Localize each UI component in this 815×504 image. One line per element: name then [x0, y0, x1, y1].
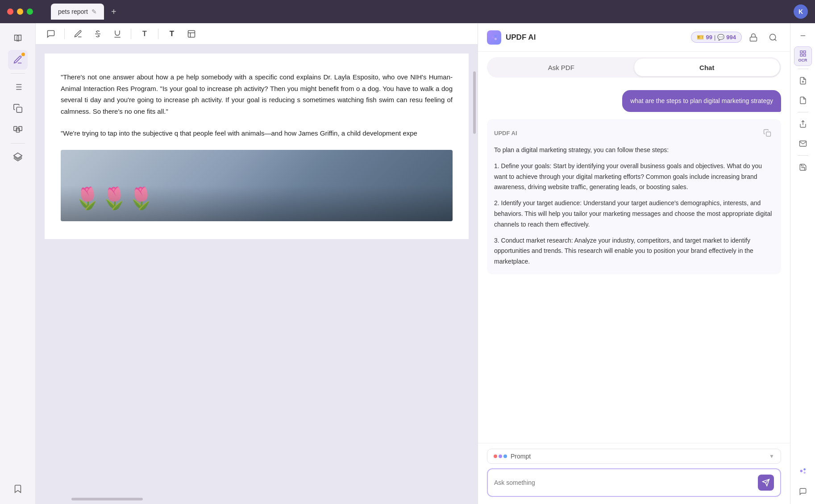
prompt-selector[interactable]: Prompt ▼	[487, 449, 781, 464]
toolbar-underline-icon[interactable]	[109, 26, 125, 42]
pdf-image: 🌷🌷🌷	[61, 150, 453, 221]
input-area[interactable]	[487, 468, 781, 497]
fr-chat-icon[interactable]	[794, 483, 812, 500]
maximize-button[interactable]	[27, 8, 33, 15]
fr-extract-icon[interactable]	[794, 72, 812, 90]
ai-response-container: UPDF AI To plan a digital marketing stra…	[487, 119, 781, 274]
ai-tokens-display: 🎫 99 | 💬 994	[691, 32, 742, 43]
search-icon[interactable]	[765, 29, 781, 45]
toolbar-text-icon[interactable]: T	[137, 26, 153, 42]
vertical-scrollbar[interactable]	[473, 71, 476, 134]
user-message-bubble: what are the steps to plan digital marke…	[622, 90, 781, 112]
ai-response-label: UPDF AI	[494, 130, 517, 136]
sidebar-item-layers[interactable]	[8, 147, 28, 167]
flowers-decoration: 🌷🌷🌷	[74, 180, 154, 217]
toolbar: T T	[36, 23, 478, 45]
toolbar-divider-3	[158, 29, 158, 39]
fr-divider-2	[798, 112, 808, 112]
sidebar-item-list[interactable]	[8, 77, 28, 97]
avatar: K	[794, 4, 808, 19]
tokens-icon: 🎫	[697, 34, 704, 41]
fr-page-icon[interactable]	[794, 91, 812, 109]
left-sidebar	[0, 23, 36, 504]
tab-chat[interactable]: Chat	[634, 58, 780, 76]
svg-rect-25	[803, 51, 806, 53]
prompt-chevron-icon: ▼	[769, 453, 774, 459]
ask-input[interactable]	[494, 479, 754, 486]
sidebar-item-book[interactable]	[8, 29, 28, 48]
tab-label: pets report	[58, 8, 88, 15]
sidebar-item-pages[interactable]	[8, 120, 28, 140]
pdf-scroll-container[interactable]: "There's not one answer about how a pe h…	[36, 45, 478, 504]
fr-share-icon[interactable]	[794, 115, 812, 133]
prompt-dot-blue	[503, 454, 507, 458]
fr-ai-icon[interactable]	[794, 462, 812, 480]
prompt-label: Prompt	[511, 453, 765, 460]
prompt-dot-purple	[499, 454, 502, 458]
svg-point-31	[800, 470, 803, 472]
toolbar-strikethrough-icon[interactable]	[90, 26, 106, 42]
svg-rect-20	[766, 132, 771, 136]
sidebar-divider-2	[11, 143, 25, 144]
horizontal-scrollbar[interactable]	[71, 498, 143, 500]
ai-tab-container: Ask PDF Chat	[487, 57, 781, 78]
svg-point-32	[803, 468, 806, 471]
svg-point-16	[495, 37, 497, 40]
sidebar-bottom	[8, 479, 28, 499]
titlebar: pets report ✎ + K	[0, 0, 815, 23]
svg-rect-26	[800, 54, 803, 56]
minimize-button[interactable]	[17, 8, 23, 15]
svg-rect-13	[188, 30, 195, 37]
tokens-separator: |	[714, 34, 715, 41]
ai-header-right: 🎫 99 | 💬 994	[691, 29, 781, 45]
fr-save-icon[interactable]	[794, 158, 812, 176]
toolbar-divider-1	[64, 29, 65, 39]
svg-point-14	[491, 36, 494, 38]
ai-chat[interactable]: what are the steps to plan digital marke…	[478, 83, 790, 443]
ai-response-header: UPDF AI	[494, 126, 774, 140]
lock-icon[interactable]	[745, 29, 761, 45]
sidebar-item-highlight[interactable]	[8, 50, 28, 70]
svg-line-19	[775, 39, 777, 41]
tab-ask-pdf[interactable]: Ask PDF	[488, 58, 634, 76]
ai-header: UPDF AI 🎫 99 | 💬 994	[478, 23, 790, 52]
sidebar-item-copy[interactable]	[8, 99, 28, 118]
ai-response-text: To plan a digital marketing strategy, yo…	[494, 145, 774, 267]
pdf-panel: T T "There's not one answer about how a …	[36, 23, 478, 504]
sidebar-item-bookmark[interactable]	[8, 479, 28, 499]
ai-panel: UPDF AI 🎫 99 | 💬 994	[478, 23, 790, 504]
traffic-lights	[7, 8, 33, 15]
tab-bar: pets report ✎ +	[51, 4, 120, 20]
svg-point-18	[770, 34, 776, 40]
toolbar-box-icon[interactable]	[183, 26, 200, 42]
far-right-panel: OCR	[790, 23, 815, 504]
ai-prompt-area: Prompt ▼	[478, 443, 790, 504]
sidebar-divider-1	[11, 73, 25, 74]
pdf-paragraph-1: "There's not one answer about how a pe h…	[61, 71, 453, 117]
messages-count: 994	[726, 34, 736, 41]
ocr-label: OCR	[798, 58, 807, 62]
svg-rect-27	[803, 54, 806, 56]
fr-minimize-icon[interactable]	[794, 27, 812, 45]
add-tab-button[interactable]: +	[108, 5, 120, 19]
close-button[interactable]	[7, 8, 13, 15]
toolbar-pen-icon[interactable]	[70, 26, 86, 42]
toolbar-comment-icon[interactable]	[43, 26, 59, 42]
tokens-count: 99	[706, 34, 712, 41]
svg-rect-6	[17, 107, 22, 112]
pdf-paragraph-2: "We're trying to tap into the subjective…	[61, 128, 453, 139]
send-button[interactable]	[758, 475, 774, 491]
svg-rect-17	[750, 37, 757, 41]
pdf-page: "There's not one answer about how a pe h…	[45, 54, 469, 239]
fr-email-icon[interactable]	[794, 135, 812, 153]
copy-icon[interactable]	[761, 126, 774, 140]
updf-logo	[487, 30, 501, 45]
main-area: T T "There's not one answer about how a …	[0, 23, 815, 504]
messages-icon: 💬	[717, 34, 724, 41]
toolbar-divider-2	[131, 29, 131, 39]
pdf-content: "There's not one answer about how a pe h…	[36, 45, 478, 248]
edit-tab-icon[interactable]: ✎	[91, 8, 97, 15]
toolbar-bold-text-icon[interactable]: T	[164, 26, 180, 42]
active-tab[interactable]: pets report ✎	[51, 4, 104, 20]
ocr-button[interactable]: OCR	[794, 46, 812, 66]
